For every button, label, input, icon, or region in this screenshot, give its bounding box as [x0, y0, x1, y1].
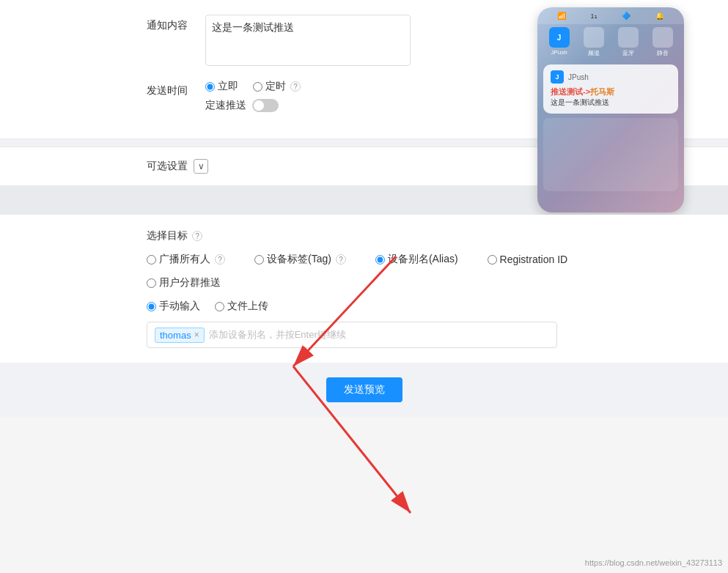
- watermark: https://blog.csdn.net/weixin_43273113: [585, 558, 722, 567]
- channel-label: 频道: [584, 49, 604, 57]
- wifi-icon: 📶: [557, 12, 566, 20]
- tag-placeholder: 添加设备别名，并按Enter键继续: [209, 328, 346, 341]
- bluetooth-label: 蓝牙: [618, 49, 639, 57]
- registration-id-label: Registration ID: [500, 254, 568, 265]
- device-alias-label: 设备别名(Alias): [388, 253, 458, 266]
- immediate-radio[interactable]: [205, 82, 215, 92]
- tag-thomas: thomas ×: [155, 328, 205, 343]
- silent-app-icon: [652, 27, 673, 48]
- footer-section: 发送预览: [0, 363, 728, 417]
- scheduled-radio[interactable]: [253, 82, 262, 92]
- immediate-label: 立即: [218, 80, 238, 93]
- tag-remove-icon[interactable]: ×: [194, 330, 199, 340]
- file-upload-radio[interactable]: [215, 302, 224, 311]
- registration-id-radio[interactable]: [488, 255, 497, 265]
- input-method-row: 手动输入 文件上传: [147, 300, 699, 313]
- page-wrapper: 📶 1₁ 🔷 🔔 J JPush 频道 蓝牙: [0, 0, 728, 573]
- immediate-option[interactable]: 立即: [205, 80, 238, 93]
- notif-title: 推送测试->托马斯: [551, 86, 671, 97]
- device-alias-option[interactable]: 设备别名(Alias): [375, 253, 458, 266]
- user-segment-radio[interactable]: [147, 278, 156, 288]
- send-preview-button[interactable]: 发送预览: [326, 377, 402, 402]
- notif-app-icon: J: [551, 70, 564, 84]
- target-radio-group: 广播所有人 ? 设备标签(Tag) ? 设备别名(Alias) Registra…: [147, 253, 699, 266]
- device-tag-help-icon[interactable]: ?: [336, 254, 346, 265]
- manual-input-option[interactable]: 手动输入: [147, 300, 200, 313]
- manual-input-label: 手动输入: [159, 300, 200, 313]
- notif-body: 这是一条测试推送: [551, 97, 671, 108]
- user-segment-option[interactable]: 用户分群推送: [147, 276, 221, 289]
- target-label-text: 选择目标: [147, 229, 188, 243]
- speed-limit-toggle[interactable]: [252, 99, 279, 112]
- bluetooth-icon: 🔷: [622, 12, 630, 20]
- user-segment-label: 用户分群推送: [159, 276, 221, 289]
- scheduled-help-icon[interactable]: ?: [290, 81, 301, 92]
- tag-input-box[interactable]: thomas × 添加设备别名，并按Enter键继续: [147, 322, 557, 348]
- jpush-app-icon: J: [549, 27, 570, 48]
- notif-header: J JPush: [551, 70, 671, 84]
- expand-icon[interactable]: ∨: [194, 159, 208, 174]
- send-time-label: 发送时间: [147, 80, 205, 97]
- notify-content-label: 通知内容: [147, 15, 205, 32]
- file-upload-label: 文件上传: [227, 300, 268, 313]
- phone-notification: J JPush 推送测试->托马斯 这是一条测试推送: [543, 64, 678, 114]
- scheduled-label: 定时: [265, 80, 286, 93]
- target-radio-row2: 用户分群推送: [147, 276, 699, 289]
- target-section-label: 选择目标 ?: [147, 229, 699, 243]
- broadcast-help-icon[interactable]: ?: [215, 254, 225, 265]
- broadcast-option[interactable]: 广播所有人 ?: [147, 253, 225, 266]
- phone-preview: 📶 1₁ 🔷 🔔 J JPush 频道 蓝牙: [537, 7, 684, 212]
- jpush-label: JPush: [549, 49, 570, 56]
- file-upload-option[interactable]: 文件上传: [215, 300, 268, 313]
- phone-blur-area: [543, 118, 678, 191]
- manual-input-radio[interactable]: [147, 302, 156, 311]
- expand-chevron: ∨: [198, 161, 205, 171]
- bluetooth-app-icon: [618, 27, 639, 48]
- broadcast-label: 广播所有人: [159, 253, 210, 266]
- target-help-icon[interactable]: ?: [192, 231, 202, 241]
- tag-text: thomas: [160, 330, 191, 341]
- silent-icon: 🔔: [655, 12, 664, 20]
- signal-icon: 1₁: [591, 12, 598, 20]
- channel-icon: [584, 27, 604, 48]
- device-tag-label: 设备标签(Tag): [267, 253, 331, 266]
- notify-textarea[interactable]: 这是一条测试推送: [205, 15, 411, 66]
- top-section: 📶 1₁ 🔷 🔔 J JPush 频道 蓝牙: [0, 0, 728, 138]
- phone-status-bar: 📶 1₁ 🔷 🔔: [537, 7, 684, 24]
- speed-limit-label: 定速推送: [205, 99, 246, 112]
- optional-label: 可选设置: [147, 160, 188, 173]
- device-alias-radio[interactable]: [375, 255, 385, 265]
- registration-id-option[interactable]: Registration ID: [488, 253, 568, 266]
- notif-app-name: JPush: [568, 73, 589, 81]
- silent-label: 静音: [652, 49, 673, 57]
- broadcast-radio[interactable]: [147, 255, 156, 265]
- device-tag-option[interactable]: 设备标签(Tag) ?: [254, 253, 346, 266]
- device-tag-radio[interactable]: [254, 255, 264, 265]
- scheduled-option[interactable]: 定时 ?: [253, 80, 301, 93]
- bottom-section: 选择目标 ? 广播所有人 ? 设备标签(Tag) ? 设备别名(Alias) R…: [0, 215, 728, 363]
